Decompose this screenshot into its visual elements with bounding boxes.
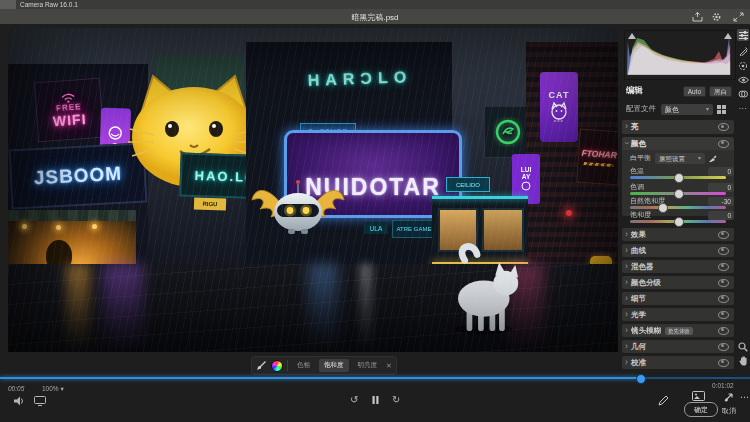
- cancel-button[interactable]: 取消: [722, 406, 736, 416]
- eye-icon[interactable]: [718, 123, 729, 131]
- vibrance-row: 自然饱和度 -30: [630, 196, 734, 206]
- section-color-mixer[interactable]: ›混色器: [622, 260, 734, 273]
- tab-saturation[interactable]: 饱和度: [319, 359, 349, 372]
- highlight-clipping-icon[interactable]: [724, 33, 732, 39]
- preview-image-icon[interactable]: [692, 391, 705, 401]
- vibrance-value[interactable]: -30: [708, 197, 734, 206]
- eye-icon[interactable]: [718, 279, 729, 287]
- red-eye-tool-icon[interactable]: [737, 74, 749, 86]
- section-label: 混色器: [631, 262, 654, 272]
- tint-slider[interactable]: [630, 192, 726, 195]
- wb-dropdown[interactable]: 原照设置 ▾: [655, 153, 705, 164]
- section-detail[interactable]: ›细节: [622, 292, 734, 305]
- rain-overlay: [8, 28, 618, 352]
- edit-in-photoshop-icon[interactable]: [658, 395, 669, 406]
- temp-value[interactable]: 0: [708, 167, 734, 176]
- chevron-right-icon: ›: [625, 121, 628, 131]
- profile-dropdown[interactable]: 颜色 ▾: [661, 104, 713, 115]
- section-label: 光学: [631, 310, 646, 320]
- monitor-icon[interactable]: [34, 396, 46, 406]
- open-arrow-icon[interactable]: [724, 392, 734, 402]
- tool-column: ⋯: [736, 28, 750, 378]
- close-icon[interactable]: ✕: [386, 362, 392, 370]
- previous-frame-icon[interactable]: ↺: [350, 394, 358, 405]
- section-color-grading[interactable]: ›颜色分级: [622, 276, 734, 289]
- more-tools-icon[interactable]: ⋯: [737, 102, 749, 114]
- section-label: 细节: [631, 294, 646, 304]
- audio-icon[interactable]: [14, 396, 25, 406]
- white-balance-row: 白平衡 原照设置 ▾: [630, 152, 734, 164]
- section-light[interactable]: › 亮: [622, 120, 734, 134]
- edit-panel-title: 编辑: [626, 85, 643, 97]
- eye-icon[interactable]: [718, 231, 729, 239]
- app-title: Camera Raw 16.0.1: [20, 0, 78, 9]
- section-optics[interactable]: ›光学: [622, 308, 734, 321]
- section-calibration[interactable]: ›校准: [622, 356, 734, 369]
- profile-browser-icon[interactable]: [717, 105, 726, 114]
- tab-luminance[interactable]: 明亮度: [353, 359, 383, 372]
- zoom-level-dropdown[interactable]: 100% ▾: [42, 385, 64, 393]
- early-access-badge: 抢先体验: [665, 327, 693, 335]
- tab-hue[interactable]: 色相: [292, 359, 315, 372]
- document-filename: 暗黑完稿.psd: [0, 12, 750, 23]
- section-lens-blur[interactable]: ›镜头模糊抢先体验: [622, 324, 734, 337]
- eye-icon[interactable]: [718, 359, 729, 367]
- toolbar-divider: [287, 360, 288, 371]
- app-icon: [0, 0, 16, 9]
- image-canvas[interactable]: FREE WIFI JSBOOM 00K: [8, 28, 618, 352]
- section-effects[interactable]: ›效果: [622, 228, 734, 241]
- edit-header-row: 编辑 Auto 黑白: [622, 84, 734, 98]
- eye-icon[interactable]: [718, 343, 729, 351]
- chevron-down-icon: ▾: [702, 104, 709, 115]
- bw-button[interactable]: 黑白: [709, 86, 732, 97]
- temp-slider[interactable]: [630, 176, 726, 179]
- chevron-down-icon: ›: [622, 141, 632, 144]
- section-label: 几何: [631, 342, 646, 352]
- section-curves[interactable]: ›曲线: [622, 244, 734, 257]
- presets-tool-icon[interactable]: [737, 88, 749, 100]
- saturation-value[interactable]: 0: [708, 211, 734, 220]
- edit-tool-icon[interactable]: [737, 29, 749, 41]
- color-wheel-icon[interactable]: [271, 360, 283, 372]
- shadow-clipping-icon[interactable]: [628, 33, 636, 39]
- slider-thumb[interactable]: [674, 217, 684, 227]
- auto-button[interactable]: Auto: [683, 86, 706, 97]
- profile-label: 配置文件: [626, 104, 656, 114]
- section-color-label: 颜色: [631, 139, 646, 149]
- eye-icon[interactable]: [718, 295, 729, 303]
- fullscreen-icon[interactable]: [733, 12, 744, 22]
- hand-tool-icon[interactable]: [737, 355, 749, 367]
- masking-tool-icon[interactable]: [737, 60, 749, 72]
- more-options-icon[interactable]: ⋯: [740, 392, 749, 402]
- section-label: 颜色分级: [631, 278, 661, 288]
- section-label: 曲线: [631, 246, 646, 256]
- section-label: 效果: [631, 230, 646, 240]
- pause-icon[interactable]: [372, 396, 379, 404]
- playhead-handle[interactable]: [636, 374, 646, 384]
- eyedropper-icon[interactable]: [708, 154, 717, 163]
- eye-icon[interactable]: [718, 263, 729, 271]
- temp-label: 色温: [630, 166, 644, 176]
- next-frame-icon[interactable]: ↻: [392, 394, 400, 405]
- zoom-tool-icon[interactable]: [737, 341, 749, 353]
- ok-button[interactable]: 确定: [684, 402, 718, 417]
- duration-timecode: 0:01:02: [712, 382, 734, 389]
- profile-value: 颜色: [665, 104, 679, 115]
- point-color-icon[interactable]: [256, 360, 267, 371]
- tint-label: 色调: [630, 182, 644, 192]
- document-header: 暗黑完稿.psd: [0, 9, 750, 24]
- histogram[interactable]: [624, 30, 736, 80]
- eye-icon[interactable]: [718, 327, 729, 335]
- healing-tool-icon[interactable]: [737, 45, 749, 57]
- section-geometry[interactable]: ›几何: [622, 340, 734, 353]
- vibrance-slider[interactable]: [630, 206, 726, 209]
- histogram-curves: [625, 31, 733, 77]
- section-color-header[interactable]: › 颜色: [622, 137, 734, 150]
- eye-icon[interactable]: [718, 140, 729, 148]
- gear-icon[interactable]: [711, 12, 722, 22]
- eye-icon[interactable]: [718, 247, 729, 255]
- saturation-slider[interactable]: [630, 220, 726, 223]
- eye-icon[interactable]: [718, 311, 729, 319]
- export-icon[interactable]: [692, 12, 703, 22]
- tint-value[interactable]: 0: [708, 183, 734, 192]
